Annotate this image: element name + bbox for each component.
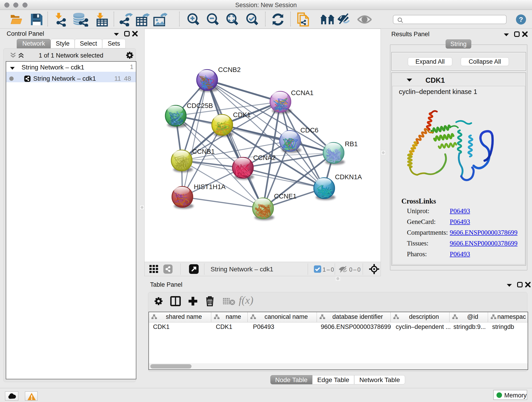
svg-text:?: ? xyxy=(519,16,523,23)
svg-text:HIST1H1A: HIST1H1A xyxy=(194,183,226,191)
svg-text:CCNA1: CCNA1 xyxy=(291,89,313,96)
svg-text:CDC25B: CDC25B xyxy=(187,102,213,109)
svg-text:CCNA2: CCNA2 xyxy=(253,154,276,161)
svg-text:RB1: RB1 xyxy=(345,140,358,148)
svg-text:CCNB2: CCNB2 xyxy=(218,66,241,73)
svg-text:CDK1: CDK1 xyxy=(233,111,251,119)
svg-text:CDC6: CDC6 xyxy=(300,127,318,134)
svg-text:CCNE1: CCNE1 xyxy=(274,192,297,200)
svg-text:CCNB1: CCNB1 xyxy=(192,148,215,155)
svg-text:CDKN1A: CDKN1A xyxy=(335,173,362,181)
